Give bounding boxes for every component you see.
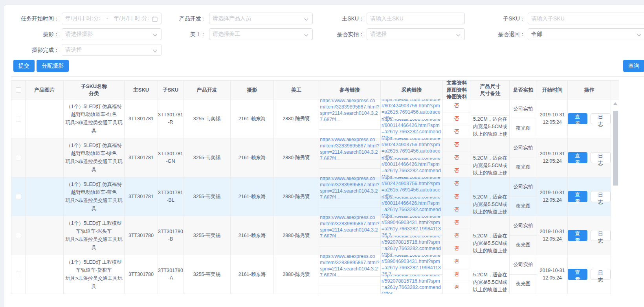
real-shot-type: 夜光图 xyxy=(510,236,537,255)
real-shot-type: 夜光图 xyxy=(510,119,537,138)
assign-photography-button[interactable]: 分配摄影 xyxy=(37,60,69,72)
reference-link[interactable]: https://www.aliexpress.com/item/32839895… xyxy=(319,255,380,277)
retouched-image-status: 否 xyxy=(454,245,459,252)
start-time-cell: 2019-10-31 12:05:24 xyxy=(537,177,568,216)
sku-name: （1个）5LED灯 仿真福特越野电动轨道车-红色 xyxy=(64,103,124,119)
header-sku-name-category: 子SKU名称 分类 xyxy=(64,81,125,99)
photography-cell: 2161-赖东海 xyxy=(231,216,274,255)
query-button[interactable]: 查询 xyxy=(623,60,644,72)
copywriting-material-status: 否 xyxy=(454,141,459,149)
product-image-cell xyxy=(26,138,64,177)
product-dev-label: 产品开发： xyxy=(152,13,207,24)
size-note: 小车轮外宽是5.2CM，适合在内宽是5.5CM或以上的轨道上使用 xyxy=(471,154,509,177)
returned-selected-value: 全部 xyxy=(531,31,542,38)
sub-sku-cell: 3TT301780-B xyxy=(158,216,183,255)
sku-name-cell: （1个）5LED灯 工程模型车轨道车-货柜车玩具>非遥控类交通工具玩具 xyxy=(64,255,125,294)
reference-link[interactable]: https://www.aliexpress.com/item/32839895… xyxy=(319,177,380,199)
product-image-cell xyxy=(26,216,64,255)
copywriting-material-status: 否 xyxy=(454,219,459,226)
materials-cell: 否 否 否 xyxy=(443,138,471,177)
product-dev-cell: 3255-韦奕锡 xyxy=(183,99,231,138)
real-shot-type: 公司实拍 xyxy=(510,177,537,197)
purchase-links-cell: https://detail.1688.com/offer/5890469034… xyxy=(381,255,443,294)
purchase-link[interactable]: https://detail.1688.com/offer/5920788157… xyxy=(381,275,442,294)
reference-link-empty xyxy=(319,160,380,169)
real-shot-select[interactable]: 请选择 xyxy=(367,28,465,40)
main-sku-cell: 3TT301781 xyxy=(125,177,158,216)
select-all-cell xyxy=(11,81,26,99)
row-checkbox[interactable] xyxy=(16,155,21,160)
purchase-links-cell: https://detail.1688.com/offer/6024249037… xyxy=(381,138,443,177)
artist-label: 美工： xyxy=(152,28,207,40)
purchase-link[interactable]: https://detail.1688.com/offer/6001144664… xyxy=(381,158,442,177)
row-checkbox[interactable] xyxy=(16,272,21,277)
artist-select[interactable]: 请选择美工 xyxy=(209,28,313,40)
row-checkbox[interactable] xyxy=(16,116,21,121)
view-button[interactable]: 查看 xyxy=(568,152,587,163)
real-shot-type: 公司实拍 xyxy=(510,216,537,236)
purchase-link[interactable]: https://detail.1688.com/offer/5890469034… xyxy=(381,255,442,275)
photography-cell: 2161-赖东海 xyxy=(231,177,274,216)
reference-links-cell: https://www.aliexpress.com/item/32839895… xyxy=(319,255,381,294)
view-button[interactable]: 查看 xyxy=(568,230,587,241)
product-image-cell xyxy=(26,255,64,294)
returned-select[interactable]: 全部 xyxy=(528,28,644,40)
purchase-link[interactable]: https://detail.1688.com/offer/6001144664… xyxy=(381,197,442,216)
size-note: 小车轮外宽是5.2CM，适合在内宽是5.5CM或以上的轨道上使用 xyxy=(471,232,509,255)
scrollbar-up-icon[interactable] xyxy=(613,102,617,105)
purchase-link[interactable]: https://detail.1688.com/offer/5890469034… xyxy=(381,216,442,236)
table-scrollbar[interactable] xyxy=(612,100,619,294)
start-time-cell: 2019-10-31 12:05:24 xyxy=(537,255,568,294)
sku-name: （1个）5LED灯 仿真福特越野电动轨道车-蓝色 xyxy=(64,180,124,197)
purchase-link[interactable]: https://detail.1688.com/offer/6024249037… xyxy=(381,177,442,197)
table-header-row: 产品图片 子SKU名称 分类 主SKU 子SKU 产品开发 摄影 美工 参考链接… xyxy=(11,81,619,99)
photo-done-select[interactable]: 请选择 xyxy=(62,44,161,56)
log-button[interactable]: 日志 xyxy=(591,230,611,241)
view-button[interactable]: 查看 xyxy=(568,191,587,202)
main-sku-input[interactable] xyxy=(370,13,461,24)
purchase-link[interactable]: https://detail.1688.com/offer/6024249037… xyxy=(381,138,442,158)
sku-category: 玩具>非遥控类交通工具玩具 xyxy=(64,158,124,174)
sku-name-cell: （1个）5LED灯 仿真福特越野电动轨道车-绿色玩具>非遥控类交通工具玩具 xyxy=(64,138,125,177)
row-select-cell xyxy=(11,138,26,177)
product-dev-cell: 3255-韦奕锡 xyxy=(183,138,231,177)
artist-cell: 2880-陈秀贤 xyxy=(274,99,319,138)
view-button[interactable]: 查看 xyxy=(568,113,587,124)
log-button[interactable]: 日志 xyxy=(591,152,611,163)
reference-links-cell: https://www.aliexpress.com/item/32839895… xyxy=(319,177,381,216)
real-shot-type: 夜光图 xyxy=(510,275,537,294)
materials-cell: 否 否 否 xyxy=(443,255,471,294)
range-separator: - xyxy=(106,15,108,22)
purchase-link[interactable]: https://detail.1688.com/offer/6024249037… xyxy=(381,99,442,119)
reference-link-empty xyxy=(319,285,380,294)
real-shot-type: 夜光图 xyxy=(510,158,537,177)
filter-table-panel: 任务开始时间： 年/月/日 时:分:秒 - 年/月/日 时:分:秒 产品开发： … xyxy=(4,5,644,307)
row-checkbox[interactable] xyxy=(16,194,21,199)
reference-link[interactable]: https://www.aliexpress.com/item/32839895… xyxy=(319,216,380,238)
reference-link-empty xyxy=(319,208,380,216)
photo-done-label: 摄影完成： xyxy=(4,44,59,56)
task-time-range-input[interactable]: 年/月/日 时:分:秒 - 年/月/日 时:分:秒 xyxy=(62,13,161,24)
scrollbar-thumb[interactable] xyxy=(613,111,618,186)
reference-link[interactable]: https://www.aliexpress.com/item/32839895… xyxy=(319,138,380,160)
sub-sku-input[interactable] xyxy=(531,13,642,24)
row-checkbox[interactable] xyxy=(16,233,21,238)
task-time-end-placeholder: 年/月/日 时:分:秒 xyxy=(114,15,149,22)
photography-select[interactable]: 请选择摄影 xyxy=(62,28,161,40)
purchase-link[interactable]: https://detail.1688.com/offer/6001144664… xyxy=(381,119,442,138)
product-dev-select[interactable]: 请选择产品人员 xyxy=(209,13,313,24)
select-all-checkbox[interactable] xyxy=(16,87,21,93)
header-purchase-links: 采购链接 xyxy=(381,81,443,99)
photography-cell: 2161-赖东海 xyxy=(231,138,274,177)
log-button[interactable]: 日志 xyxy=(591,191,611,202)
submit-button[interactable]: 提交 xyxy=(13,60,35,72)
reference-link[interactable]: https://www.aliexpress.com/item/32839895… xyxy=(319,99,380,121)
main-sku-cell: 3TT301780 xyxy=(125,255,158,294)
header-actions: 操作 xyxy=(568,81,611,99)
log-button[interactable]: 日志 xyxy=(591,113,611,124)
log-button[interactable]: 日志 xyxy=(591,269,611,280)
purchase-link[interactable]: https://detail.1688.com/offer/5920788157… xyxy=(381,236,442,255)
table-row: （1个）5LED灯 仿真福特越野电动轨道车-蓝色玩具>非遥控类交通工具玩具 3T… xyxy=(11,177,611,216)
start-time-cell: 2019-10-31 12:05:24 xyxy=(537,99,568,138)
view-button[interactable]: 查看 xyxy=(568,269,587,280)
